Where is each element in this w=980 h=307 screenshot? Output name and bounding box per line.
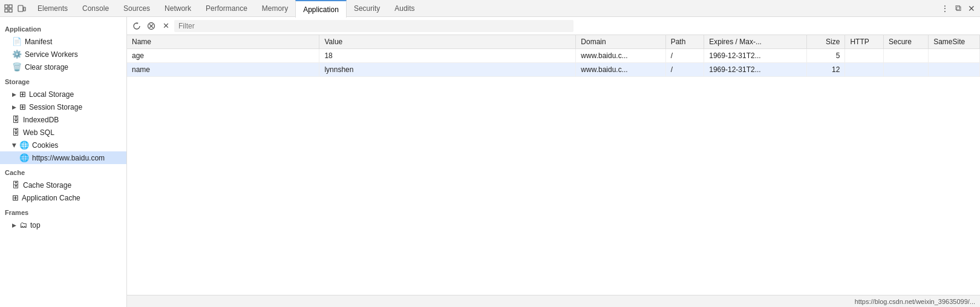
sidebar-section-cache: Cache	[0, 164, 126, 179]
sidebar-item-web-sql[interactable]: 🗄 Web SQL	[0, 126, 126, 139]
cookies-table-wrapper: Name Value Domain Path Expires / Max-...…	[127, 35, 980, 295]
baidu-cookie-icon: 🌐	[19, 153, 29, 162]
more-options-icon[interactable]: ⋮	[939, 2, 951, 15]
sidebar-manifest-label: Manifest	[25, 38, 52, 46]
tab-performance[interactable]: Performance	[198, 0, 255, 17]
application-cache-icon: ⊞	[12, 193, 19, 202]
col-header-value[interactable]: Value	[319, 35, 576, 49]
cell-expires: 1969-12-31T2...	[704, 63, 807, 77]
svg-rect-4	[18, 5, 23, 12]
cell-name: name	[127, 63, 319, 77]
sidebar-cache-storage-label: Cache Storage	[23, 181, 71, 190]
sidebar-section-storage: Storage	[0, 73, 126, 88]
sidebar-service-workers-label: Service Workers	[25, 50, 78, 59]
close-devtools-icon[interactable]: ✕	[965, 2, 978, 15]
sidebar-baidu-cookie-label: https://www.baidu.com	[32, 154, 105, 162]
col-header-size[interactable]: Size	[806, 35, 845, 49]
session-storage-arrow: ▶	[12, 104, 16, 110]
sidebar-application-cache-label: Application Cache	[22, 194, 80, 202]
svg-rect-5	[24, 7, 25, 11]
sidebar-item-top[interactable]: ▶ 🗂 top	[0, 219, 126, 231]
tab-security[interactable]: Security	[347, 0, 387, 17]
sidebar-item-cookies[interactable]: ▶ 🌐 Cookies	[0, 139, 126, 151]
col-header-secure[interactable]: Secure	[883, 35, 928, 49]
cookies-table: Name Value Domain Path Expires / Max-...…	[127, 35, 980, 77]
cell-http	[845, 49, 884, 63]
table-row[interactable]: namelynnshenwww.baidu.c.../1969-12-31T2.…	[127, 63, 980, 77]
col-header-name[interactable]: Name	[127, 35, 319, 49]
sidebar: Application 📄 Manifest ⚙️ Service Worker…	[0, 17, 127, 307]
local-storage-icon: ⊞	[19, 90, 26, 99]
device-toggle-icon[interactable]	[16, 2, 28, 15]
status-bar: https://blog.csdn.net/weixin_39635099/..…	[127, 295, 980, 307]
svg-rect-2	[5, 9, 8, 12]
cell-path: /	[665, 49, 704, 63]
filter-bar: ✕	[127, 17, 980, 35]
cell-http	[845, 63, 884, 77]
status-url: https://blog.csdn.net/weixin_39635099/..…	[855, 298, 975, 305]
table-row[interactable]: age18www.baidu.c.../1969-12-31T2...5	[127, 49, 980, 63]
cell-secure	[883, 49, 928, 63]
tab-console[interactable]: Console	[75, 0, 116, 17]
cell-expires: 1969-12-31T2...	[704, 49, 807, 63]
cell-domain: www.baidu.c...	[576, 63, 665, 77]
delete-all-button[interactable]	[145, 20, 157, 32]
tab-application[interactable]: Application	[295, 0, 347, 18]
tab-network[interactable]: Network	[157, 0, 198, 17]
filter-input[interactable]	[174, 20, 573, 32]
col-header-path[interactable]: Path	[665, 35, 704, 49]
col-header-http[interactable]: HTTP	[845, 35, 884, 49]
sidebar-item-cache-storage[interactable]: 🗄 Cache Storage	[0, 179, 126, 191]
refresh-button[interactable]	[131, 20, 143, 32]
cell-name: age	[127, 49, 319, 63]
tab-sources[interactable]: Sources	[116, 0, 157, 17]
tab-bar: Elements Console Sources Network Perform…	[0, 0, 980, 17]
devtools-right-icons: ⋮ ⧉ ✕	[939, 2, 980, 15]
sidebar-clear-storage-label: Clear storage	[25, 63, 68, 71]
sidebar-item-baidu-cookie[interactable]: 🌐 https://www.baidu.com	[0, 151, 126, 164]
cell-path: /	[665, 63, 704, 77]
clear-filter-button[interactable]: ✕	[160, 20, 172, 32]
svg-rect-0	[5, 5, 8, 8]
sidebar-item-local-storage[interactable]: ▶ ⊞ Local Storage	[0, 88, 126, 101]
sidebar-item-manifest[interactable]: 📄 Manifest	[0, 35, 126, 48]
sidebar-section-application: Application	[0, 21, 126, 35]
sidebar-item-indexeddb[interactable]: 🗄 IndexedDB	[0, 113, 126, 126]
table-header-row: Name Value Domain Path Expires / Max-...…	[127, 35, 980, 49]
cell-samesite	[929, 49, 980, 63]
cache-storage-icon: 🗄	[12, 180, 20, 190]
service-workers-icon: ⚙️	[12, 50, 22, 59]
sidebar-item-service-workers[interactable]: ⚙️ Service Workers	[0, 48, 126, 61]
clear-storage-icon: 🗑️	[12, 62, 22, 71]
col-header-expires[interactable]: Expires / Max-...	[704, 35, 807, 49]
cell-size: 12	[806, 63, 845, 77]
undock-icon[interactable]: ⧉	[952, 2, 964, 15]
cell-secure	[883, 63, 928, 77]
cookies-icon: 🌐	[19, 140, 29, 150]
content-area: ✕ Name Value Domain Path Expires / Max-.…	[127, 17, 980, 307]
top-frame-icon: 🗂	[19, 220, 27, 229]
tab-audits[interactable]: Audits	[387, 0, 422, 17]
session-storage-icon: ⊞	[19, 102, 26, 111]
tab-elements[interactable]: Elements	[30, 0, 75, 17]
sidebar-item-application-cache[interactable]: ⊞ Application Cache	[0, 191, 126, 204]
indexeddb-icon: 🗄	[12, 115, 20, 124]
col-header-samesite[interactable]: SameSite	[929, 35, 980, 49]
svg-rect-3	[9, 9, 12, 12]
cell-samesite	[929, 63, 980, 77]
top-frame-arrow: ▶	[12, 222, 16, 228]
table-body: age18www.baidu.c.../1969-12-31T2...5name…	[127, 49, 980, 77]
col-header-domain[interactable]: Domain	[576, 35, 665, 49]
inspect-icon[interactable]	[2, 2, 15, 15]
sidebar-top-label: top	[30, 221, 41, 229]
cookies-arrow: ▶	[11, 143, 18, 147]
main-area: Application 📄 Manifest ⚙️ Service Worker…	[0, 17, 980, 307]
cell-domain: www.baidu.c...	[576, 49, 665, 63]
sidebar-web-sql-label: Web SQL	[23, 128, 54, 137]
sidebar-item-session-storage[interactable]: ▶ ⊞ Session Storage	[0, 101, 126, 113]
sidebar-local-storage-label: Local Storage	[29, 90, 74, 99]
manifest-icon: 📄	[12, 37, 22, 46]
sidebar-item-clear-storage[interactable]: 🗑️ Clear storage	[0, 61, 126, 73]
tab-memory[interactable]: Memory	[255, 0, 295, 17]
local-storage-arrow: ▶	[12, 91, 16, 97]
